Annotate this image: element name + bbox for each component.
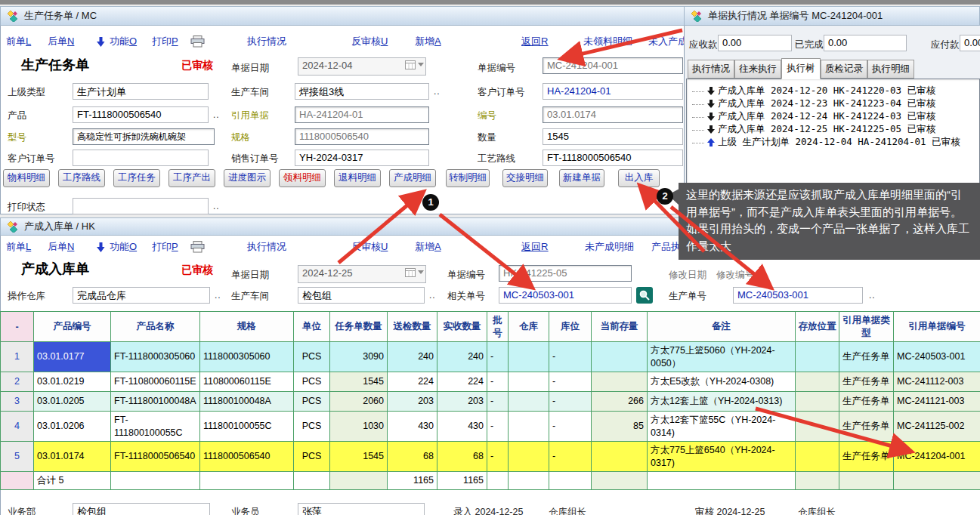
parent-type-field[interactable]: 生产计划单 [73, 83, 209, 100]
table-cell[interactable]: 生产任务单 [839, 412, 894, 442]
table-cell[interactable] [509, 342, 549, 372]
table-cell[interactable] [592, 372, 648, 392]
op-warehouse-field[interactable]: 完成品仓库 [73, 287, 210, 304]
table-cell[interactable]: 1030 [330, 412, 388, 442]
code-field[interactable]: 03.01.0174 [543, 106, 683, 123]
table-cell[interactable]: FT-111800100048A [111, 392, 200, 412]
table-cell[interactable]: PCS [294, 392, 330, 412]
route-field[interactable]: FT-1118000506540 [543, 150, 683, 166]
toolbar-m1[interactable]: 未领料明细 [583, 35, 632, 48]
spec-field[interactable]: 1118000506540 [295, 128, 429, 145]
doc-no-field[interactable]: HK-241225-05 [499, 265, 632, 282]
column-header[interactable]: - [1, 312, 34, 342]
tab-质检记录[interactable]: 质检记录 [821, 60, 867, 79]
table-cell[interactable]: 1545 [330, 442, 388, 472]
tree-item[interactable]: 产成入库单 2024-12-20 HK-241220-03 已审核 [692, 85, 935, 97]
toolbar-add[interactable]: 新增A [415, 240, 441, 254]
tree-item[interactable]: 上级 生产计划单 2024-12-04 HA-241204-01 已审核 [692, 136, 960, 149]
table-cell[interactable]: MC-241125-002 [894, 412, 980, 442]
column-header[interactable]: 库位 [549, 312, 592, 342]
toolbar-print[interactable]: 打印P [152, 35, 205, 48]
btn-工序产出[interactable]: 工序产出 [168, 169, 215, 187]
toolbar-exec[interactable]: 执行情况 [247, 240, 286, 254]
doc-date-field[interactable]: 2024-12-25 [298, 265, 426, 283]
receivable-field[interactable]: 0.00 [718, 35, 792, 51]
btn-退料明细[interactable]: 退料明细 [334, 169, 381, 187]
table-cell[interactable]: 方太12套下篮55C（YH-2024-0314) [648, 412, 796, 442]
tab-往来执行[interactable]: 往来执行 [734, 60, 781, 79]
table-cell[interactable]: - [549, 342, 592, 372]
table-cell[interactable]: - [487, 372, 509, 392]
table-cell[interactable]: - [549, 412, 592, 442]
column-header[interactable]: 仓库 [509, 312, 549, 342]
prod-no-lookup-button[interactable]: .. [869, 290, 876, 301]
table-row[interactable]: 203.01.0219FT-110800060115E110800060115E… [1, 372, 980, 392]
toolbar-unaudit[interactable]: 反审核U [351, 240, 388, 254]
column-header[interactable]: 单位 [294, 312, 330, 342]
tree-item[interactable]: 产成入库单 2024-12-24 HK-241224-03 已审核 [692, 110, 935, 123]
column-header[interactable]: 实收数量 [437, 312, 487, 342]
table-cell[interactable]: 3090 [330, 342, 388, 372]
table-row[interactable]: 403.01.0206FT-111800100055C111800100055C… [1, 412, 980, 442]
table-cell[interactable]: 方太E5改款（YH-2024-0308) [648, 372, 796, 392]
row-number[interactable]: 2 [1, 372, 34, 392]
toolbar-next[interactable]: 后单N [48, 240, 74, 254]
table-cell[interactable]: 430 [437, 412, 487, 442]
tree-item[interactable]: 产成入库单 2024-12-23 HK-241223-04 已审核 [692, 97, 935, 110]
table-cell[interactable]: - [487, 412, 509, 442]
table-cell[interactable]: 方太775上篮5060（YH-2024-0050） [648, 342, 796, 372]
table-cell[interactable]: MC-241112-003 [894, 372, 980, 392]
column-header[interactable]: 备注 [648, 312, 796, 342]
row-number[interactable]: 4 [1, 412, 34, 442]
table-cell[interactable]: 03.01.0219 [34, 372, 111, 392]
btn-产成明细[interactable]: 产成明细 [389, 169, 436, 187]
table-cell[interactable]: 85 [592, 412, 648, 442]
qty-field[interactable]: 1545 [543, 128, 683, 145]
table-cell[interactable]: 方太12套上篮（YH-2024-0313) [648, 392, 796, 412]
toolbar-print[interactable]: 打印P [152, 240, 205, 254]
toolbar-m1[interactable]: 未产成明细 [585, 240, 634, 254]
table-cell[interactable]: - [487, 392, 509, 412]
workshop-lookup-button[interactable]: .. [434, 86, 441, 97]
column-header[interactable]: 规格 [200, 312, 294, 342]
workshop-lookup-button[interactable]: .. [429, 290, 436, 301]
cust-order2-field[interactable] [73, 150, 209, 166]
table-row[interactable]: 303.01.0205FT-111800100048A111800100048A… [1, 392, 980, 412]
table-cell[interactable]: 03.01.0174 [34, 442, 111, 472]
table-cell[interactable]: 224 [437, 372, 487, 392]
table-cell[interactable]: PCS [294, 412, 330, 442]
btn-新建单据[interactable]: 新建单据 [559, 169, 604, 187]
tab-执行树[interactable]: 执行树 [781, 58, 821, 79]
table-cell[interactable]: MC-241121-003 [894, 392, 980, 412]
btn-工序路线[interactable]: 工序路线 [58, 169, 105, 187]
btn-出入库[interactable]: 出入库 [618, 169, 660, 187]
table-cell[interactable]: 68 [437, 442, 487, 472]
table-cell[interactable]: 生产任务单 [839, 372, 894, 392]
table-cell[interactable]: 111800100048A [200, 392, 294, 412]
table-row[interactable]: 503.01.0174FT-11180005065401118000506540… [1, 442, 980, 472]
table-cell[interactable]: 方太775上篮6540（YH-2024-0317) [648, 442, 796, 472]
table-cell[interactable]: PCS [294, 342, 330, 372]
table-cell[interactable]: PCS [294, 372, 330, 392]
table-cell[interactable] [509, 372, 549, 392]
btn-转制明细[interactable]: 转制明细 [446, 169, 490, 187]
table-cell[interactable]: MC-241204-001 [894, 442, 980, 472]
table-cell[interactable]: 生产任务单 [839, 442, 894, 472]
product-lookup-button[interactable]: .. [213, 109, 220, 120]
related-no-field[interactable]: MC-240503-001 [499, 287, 632, 304]
column-header[interactable]: 产品名称 [111, 312, 200, 342]
column-header[interactable]: 送检数量 [388, 312, 437, 342]
column-header[interactable]: 产品编号 [34, 312, 111, 342]
toolbar-back[interactable]: 返回R [521, 35, 548, 48]
table-cell[interactable]: 203 [437, 392, 487, 412]
toolbar-next[interactable]: 后单N [48, 35, 74, 48]
print-status-lookup-button[interactable]: .. [213, 201, 220, 211]
table-cell[interactable]: - [487, 442, 509, 472]
table-cell[interactable] [796, 372, 839, 392]
toolbar-prev[interactable]: 前单L [6, 240, 31, 254]
table-cell[interactable] [796, 342, 839, 372]
clerk-field[interactable]: 张萍 [298, 503, 425, 515]
btn-交接明细[interactable]: 交接明细 [502, 169, 548, 187]
table-cell[interactable]: - [549, 372, 592, 392]
table-cell[interactable] [592, 442, 648, 472]
